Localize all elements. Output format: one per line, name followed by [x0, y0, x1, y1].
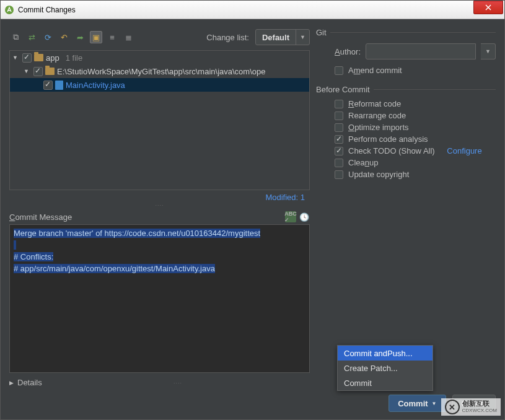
todo-checkbox[interactable] [335, 147, 343, 155]
tree-path-checkbox[interactable] [33, 67, 43, 76]
cleanup-checkbox[interactable] [335, 159, 343, 167]
collapse-icon[interactable]: ≣ [122, 31, 134, 43]
msg-line-2: # Conflicts: [14, 252, 53, 261]
todo-row[interactable]: Check TODO (Show All) Configure [335, 146, 496, 155]
analyze-checkbox[interactable] [335, 135, 343, 144]
copyright-checkbox[interactable] [335, 170, 343, 179]
author-input[interactable] [366, 43, 476, 59]
rearrange-checkbox[interactable] [335, 112, 343, 120]
group-by-dir-icon[interactable]: ▣ [90, 31, 102, 43]
spellcheck-icon[interactable]: ABC✓ [285, 211, 296, 222]
tree-path-label: E:\StutioWorkSpace\MyGitTest\app\src\mai… [57, 67, 265, 76]
change-list-value: Default [256, 33, 296, 42]
reformat-checkbox[interactable] [335, 100, 343, 108]
commit-button[interactable]: Commit▼ [389, 395, 446, 412]
tree-root-label: app [46, 53, 59, 63]
java-file-icon [55, 81, 63, 90]
optimize-checkbox[interactable] [335, 123, 343, 132]
chevron-right-icon: ▶ [9, 380, 14, 386]
git-label: Git [316, 28, 327, 37]
drag-handle[interactable]: ∙∙∙∙ [9, 202, 310, 208]
tree-root-row[interactable]: ▼ app 1 file [10, 51, 309, 64]
tree-file-checkbox[interactable] [43, 81, 53, 90]
optimize-row[interactable]: Optimize imports [335, 123, 496, 132]
commit-message-header: Commit Message ABC✓ 🕓 [9, 209, 310, 224]
refresh-icon[interactable]: ⟳ [42, 31, 54, 43]
details-label: Details [17, 378, 42, 387]
amend-checkbox[interactable] [335, 66, 343, 75]
create-patch-item[interactable]: Create Patch... [338, 361, 433, 375]
arrow-down-icon[interactable]: ▼ [12, 55, 20, 61]
commit-item[interactable]: Commit [338, 375, 433, 390]
jump-icon[interactable]: ➦ [74, 31, 86, 43]
copyright-row[interactable]: Update copyright [335, 170, 496, 179]
before-commit-label: Before Commit [316, 85, 370, 94]
modified-count: Modified: 1 [9, 190, 310, 202]
folder-icon [45, 68, 55, 75]
show-diff-icon[interactable]: ⧉ [9, 31, 22, 43]
author-row: Author: ▼ [330, 43, 496, 59]
move-icon[interactable]: ⇄ [25, 31, 38, 43]
msg-line-1: Merge branch 'master' of https://code.cs… [14, 229, 260, 238]
msg-line-3: # app/src/main/java/com/openxu/gittest/M… [14, 264, 215, 273]
history-icon[interactable]: 🕓 [299, 211, 310, 222]
file-tree[interactable]: ▼ app 1 file ▼ E:\StutioWorkSpace\MyGitT… [9, 50, 310, 190]
titlebar: Commit Changes [1, 1, 504, 19]
tree-file-row[interactable]: MainActivity.java [10, 78, 309, 92]
change-list-dropdown[interactable]: Default ▼ [255, 29, 310, 45]
folder-icon [34, 54, 43, 61]
before-commit-header: Before Commit [316, 85, 496, 94]
watermark: ✕ 创新互联 CDXWCX.COM [441, 398, 501, 416]
change-list-label: Change list: [206, 33, 249, 42]
arrow-down-icon[interactable]: ▼ [24, 68, 31, 74]
git-section-header: Git [316, 28, 496, 37]
chevron-down-icon: ▼ [432, 401, 437, 406]
rearrange-row[interactable]: Rearrange code [335, 111, 496, 120]
tree-root-count: 1 file [66, 53, 82, 63]
expand-icon[interactable]: ≡ [106, 31, 118, 43]
watermark-logo-icon: ✕ [445, 400, 460, 414]
rollback-icon[interactable]: ↶ [58, 31, 70, 43]
toolbar: ⧉ ⇄ ⟳ ↶ ➦ ▣ ≡ ≣ Change list: Default ▼ [9, 28, 310, 46]
app-icon [4, 5, 14, 15]
close-button[interactable] [473, 1, 503, 14]
commit-menu-popup: Commit and Push... Create Patch... Commi… [337, 345, 433, 391]
tree-file-label: MainActivity.java [66, 81, 125, 90]
cleanup-row[interactable]: Cleanup [335, 158, 496, 167]
details-toggle[interactable]: ▶ Details ∙∙∙∙ [9, 378, 310, 387]
tree-path-row[interactable]: ▼ E:\StutioWorkSpace\MyGitTest\app\src\m… [10, 64, 309, 78]
configure-link[interactable]: Configure [447, 146, 481, 155]
tree-root-checkbox[interactable] [22, 53, 32, 63]
analyze-row[interactable]: Perform code analysis [335, 134, 496, 144]
commit-message-textarea[interactable]: Merge branch 'master' of https://code.cs… [9, 224, 310, 373]
amend-row[interactable]: Amend commit [335, 66, 496, 75]
window-title: Commit Changes [18, 6, 473, 14]
chevron-down-icon: ▼ [296, 30, 309, 45]
reformat-row[interactable]: Reformat code [335, 99, 496, 108]
commit-message-label: ommit Message [15, 212, 72, 222]
commit-and-push-item[interactable]: Commit and Push... [338, 346, 433, 361]
author-dropdown-icon[interactable]: ▼ [481, 43, 496, 59]
